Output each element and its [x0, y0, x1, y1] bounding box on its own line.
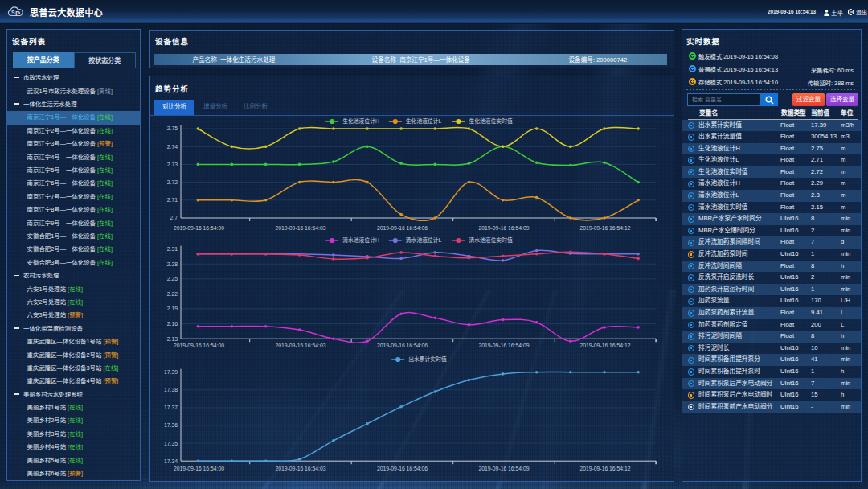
svg-text:P: P	[15, 10, 20, 18]
svg-text:清水池液位计H: 清水池液位计H	[342, 236, 379, 244]
svg-text:2.16: 2.16	[167, 321, 178, 327]
svg-text:2019-09-16 16:54:06: 2019-09-16 16:54:06	[377, 466, 428, 471]
svg-text:生化池液位实时值: 生化池液位实时值	[469, 117, 513, 125]
svg-text:2.7: 2.7	[170, 215, 178, 220]
svg-text:17.39: 17.39	[164, 369, 178, 375]
svg-text:2019-09-16 16:54:03: 2019-09-16 16:54:03	[275, 466, 326, 471]
svg-text:2.28: 2.28	[167, 261, 178, 267]
svg-text:2.25: 2.25	[167, 276, 178, 281]
svg-text:出水累计实时值: 出水累计实时值	[408, 355, 447, 363]
svg-text:2.71: 2.71	[167, 197, 178, 203]
svg-text:17.36: 17.36	[164, 422, 178, 428]
svg-text:2019-09-16 16:54:03: 2019-09-16 16:54:03	[275, 225, 326, 231]
svg-text:2.73: 2.73	[167, 162, 178, 167]
svg-text:2.13: 2.13	[167, 336, 178, 342]
svg-text:17.34: 17.34	[164, 458, 178, 464]
svg-text:2.31: 2.31	[167, 246, 178, 252]
svg-text:生化池液位计H: 生化池液位计H	[342, 117, 379, 125]
svg-text:清水池液位实时值: 清水池液位实时值	[469, 236, 513, 244]
svg-text:2019-09-16 16:54:09: 2019-09-16 16:54:09	[478, 225, 529, 231]
svg-text:2019-09-16 16:54:00: 2019-09-16 16:54:00	[174, 343, 224, 348]
svg-text:2019-09-16 16:54:09: 2019-09-16 16:54:09	[478, 343, 529, 348]
svg-text:2.22: 2.22	[167, 291, 178, 297]
svg-text:生化池液位计L: 生化池液位计L	[406, 117, 442, 125]
svg-text:2019-09-16 16:54:06: 2019-09-16 16:54:06	[377, 343, 428, 348]
svg-text:2.72: 2.72	[167, 179, 178, 185]
svg-text:17.35: 17.35	[164, 441, 178, 446]
svg-text:2019-09-16 16:54:03: 2019-09-16 16:54:03	[275, 343, 326, 348]
svg-text:2.75: 2.75	[167, 125, 178, 131]
svg-text:2019-09-16 16:54:12: 2019-09-16 16:54:12	[579, 225, 630, 231]
svg-text:2019-09-16 16:54:12: 2019-09-16 16:54:12	[579, 466, 630, 471]
svg-text:2019-09-16 16:54:00: 2019-09-16 16:54:00	[174, 225, 224, 231]
svg-text:17.38: 17.38	[164, 387, 178, 392]
svg-text:2019-09-16 16:54:06: 2019-09-16 16:54:06	[377, 225, 428, 231]
svg-text:2019-09-16 16:54:09: 2019-09-16 16:54:09	[478, 466, 529, 471]
svg-text:2.74: 2.74	[167, 144, 178, 150]
svg-text:2019-09-16 16:54:12: 2019-09-16 16:54:12	[579, 343, 630, 348]
svg-text:17.37: 17.37	[164, 405, 178, 410]
svg-text:清水池液位计L: 清水池液位计L	[406, 236, 442, 244]
svg-text:2019-09-16 16:54:00: 2019-09-16 16:54:00	[174, 466, 224, 471]
svg-text:2.19: 2.19	[167, 306, 178, 311]
